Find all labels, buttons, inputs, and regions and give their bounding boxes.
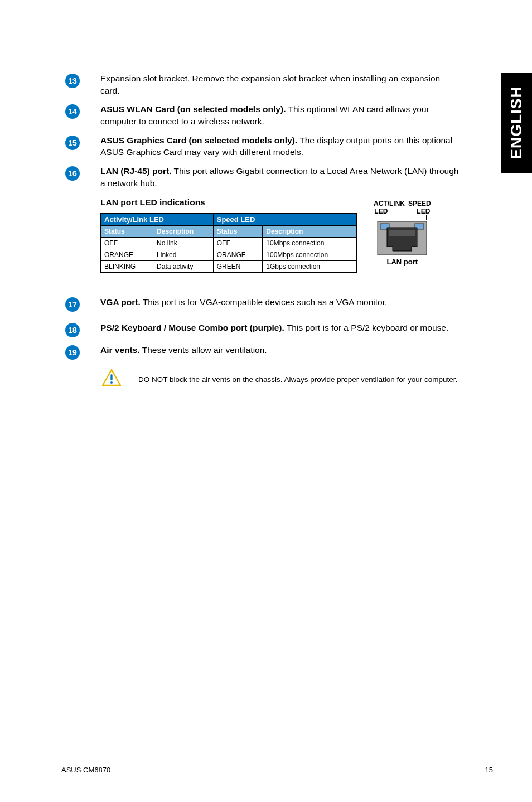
led-flex: Activity/Link LED Speed LED Status Descr… xyxy=(100,213,493,279)
led-label-left: LED xyxy=(374,207,388,215)
bullet-15: 15 xyxy=(61,134,84,150)
item-18-rest: This port is for a PS/2 keyboard or mous… xyxy=(284,323,448,332)
item-17-rest: This port is for VGA-compatible devices … xyxy=(141,297,388,307)
tick-right xyxy=(426,215,427,220)
cell: OFF xyxy=(213,237,263,249)
cell: 10Mbps connection xyxy=(263,237,357,249)
cell: BLINKING xyxy=(101,260,153,272)
tick-row xyxy=(378,215,427,220)
cell: 1Gbps connection xyxy=(263,260,357,272)
sub-status-2: Status xyxy=(213,225,263,237)
item-15: 15 ASUS Graphics Card (on selected model… xyxy=(61,134,493,158)
caution-icon xyxy=(100,369,123,386)
footer-model: ASUS CM6870 xyxy=(61,766,110,774)
cell: 100Mbps connection xyxy=(263,249,357,260)
cell: Linked xyxy=(153,249,214,260)
col-activity: Activity/Link LED xyxy=(101,213,214,225)
table-row: OFF No link OFF 10Mbps connection xyxy=(101,237,357,249)
cell: OFF xyxy=(101,237,153,249)
caution-text: DO NOT block the air vents on the chassi… xyxy=(138,369,460,392)
cell: ORANGE xyxy=(101,249,153,260)
item-16-bold: LAN (RJ-45) port. xyxy=(100,166,171,176)
item-18-bold: PS/2 Keyboard / Mouse Combo port (purple… xyxy=(100,323,284,332)
cell: No link xyxy=(153,237,214,249)
language-tab-label: ENGLISH xyxy=(507,86,525,159)
item-17: 17 VGA port. This port is for VGA-compat… xyxy=(61,296,493,312)
item-18-text: PS/2 Keyboard / Mouse Combo port (purple… xyxy=(100,322,493,334)
bullet-circle-14: 14 xyxy=(65,104,80,119)
diagram-top-labels: ACT/LINK SPEED xyxy=(374,200,431,207)
item-16-text: LAN (RJ-45) port. This port allows Gigab… xyxy=(100,165,493,189)
lan-port-diagram: ACT/LINK SPEED LED LED xyxy=(374,200,431,266)
page-content: 13 Expansion slot bracket. Remove the ex… xyxy=(0,0,532,392)
lan-port-icon xyxy=(377,221,427,255)
table-row: BLINKING Data activity GREEN 1Gbps conne… xyxy=(101,260,357,272)
item-19-rest: These vents allow air ventilation. xyxy=(140,345,267,355)
led-label-right: LED xyxy=(417,207,430,215)
item-19-text: Air vents. These vents allow air ventila… xyxy=(100,344,493,356)
item-18: 18 PS/2 Keyboard / Mouse Combo port (pur… xyxy=(61,322,493,337)
item-19: 19 Air vents. These vents allow air vent… xyxy=(61,344,493,360)
cell: ORANGE xyxy=(213,249,263,260)
speed-label: SPEED xyxy=(408,200,431,207)
sub-status-1: Status xyxy=(101,225,153,237)
item-15-bold: ASUS Graphics Card (on selected models o… xyxy=(100,136,297,145)
bullet-circle-13: 13 xyxy=(65,74,80,88)
footer: ASUS CM6870 15 xyxy=(61,762,493,774)
col-speed: Speed LED xyxy=(213,213,356,225)
bullet-circle-17: 17 xyxy=(65,297,80,312)
led-heading: LAN port LED indications xyxy=(100,197,493,207)
actlink-label: ACT/LINK xyxy=(374,200,405,207)
svg-rect-3 xyxy=(389,230,415,236)
item-13-text: Expansion slot bracket. Remove the expan… xyxy=(100,73,493,96)
bullet-16: 16 xyxy=(61,165,84,181)
item-14-bold: ASUS WLAN Card (on selected models only)… xyxy=(100,104,286,114)
sub-desc-1: Description xyxy=(153,225,214,237)
item-16: 16 LAN (RJ-45) port. This port allows Gi… xyxy=(61,165,493,189)
cell: GREEN xyxy=(213,260,263,272)
table-header-row: Activity/Link LED Speed LED xyxy=(101,213,357,225)
tick-left xyxy=(378,215,378,220)
bullet-circle-19: 19 xyxy=(65,345,80,360)
bullet-circle-18: 18 xyxy=(65,323,80,337)
diagram-bot-labels: LED LED xyxy=(374,207,430,215)
lan-port-caption: LAN port xyxy=(374,258,431,266)
sub-desc-2: Description xyxy=(263,225,357,237)
item-17-bold: VGA port. xyxy=(100,297,141,307)
table-subheader-row: Status Description Status Description xyxy=(101,225,357,237)
bullet-13: 13 xyxy=(61,73,84,88)
bullet-18: 18 xyxy=(61,322,84,337)
bullet-circle-15: 15 xyxy=(65,136,80,150)
svg-rect-4 xyxy=(110,374,112,380)
svg-point-5 xyxy=(110,381,113,384)
led-section: LAN port LED indications Activity/Link L… xyxy=(100,197,493,279)
bullet-19: 19 xyxy=(61,344,84,360)
item-13: 13 Expansion slot bracket. Remove the ex… xyxy=(61,73,493,96)
bullet-14: 14 xyxy=(61,103,84,119)
item-15-text: ASUS Graphics Card (on selected models o… xyxy=(100,134,493,158)
language-tab: ENGLISH xyxy=(501,73,532,173)
bullet-17: 17 xyxy=(61,296,84,312)
table-row: ORANGE Linked ORANGE 100Mbps connection xyxy=(101,249,357,260)
caution-block: DO NOT block the air vents on the chassi… xyxy=(100,369,493,392)
bullet-circle-16: 16 xyxy=(65,166,80,181)
cell: Data activity xyxy=(153,260,214,272)
led-table: Activity/Link LED Speed LED Status Descr… xyxy=(100,213,357,273)
item-14: 14 ASUS WLAN Card (on selected models on… xyxy=(61,103,493,127)
item-17-text: VGA port. This port is for VGA-compatibl… xyxy=(100,296,493,308)
footer-page: 15 xyxy=(485,766,493,774)
item-19-bold: Air vents. xyxy=(100,345,140,355)
item-14-text: ASUS WLAN Card (on selected models only)… xyxy=(100,103,493,127)
